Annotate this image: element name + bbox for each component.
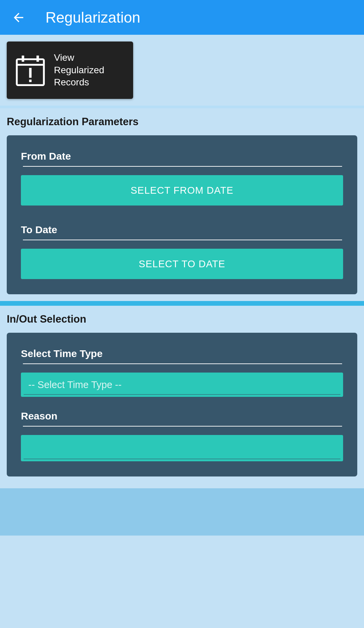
regularization-parameters-panel: From Date SELECT FROM DATE To Date SELEC…	[7, 135, 357, 294]
select-inner-underline	[24, 394, 340, 395]
from-date-label: From Date	[21, 151, 343, 162]
page-title: Regularization	[46, 9, 140, 26]
time-type-select[interactable]: -- Select Time Type --	[21, 373, 343, 397]
time-type-underline	[23, 363, 342, 364]
svg-rect-4	[29, 68, 31, 78]
svg-rect-3	[36, 55, 39, 61]
to-date-label: To Date	[21, 224, 343, 236]
view-regularized-records-label: View Regularized Records	[54, 52, 125, 88]
reason-label: Reason	[21, 410, 343, 422]
reason-underline	[23, 426, 342, 427]
time-type-placeholder: -- Select Time Type --	[28, 379, 122, 390]
divider-teal	[0, 301, 364, 306]
select-to-date-button[interactable]: SELECT TO DATE	[21, 249, 343, 279]
calendar-alert-icon	[15, 54, 46, 86]
top-card-area: View Regularized Records	[0, 35, 364, 106]
back-arrow-icon[interactable]	[10, 9, 27, 26]
view-regularized-records-card[interactable]: View Regularized Records	[7, 42, 133, 99]
divider	[0, 106, 364, 108]
app-bar: Regularization	[0, 0, 364, 35]
select-time-type-label: Select Time Type	[21, 348, 343, 359]
svg-rect-5	[29, 79, 31, 82]
from-date-underline	[23, 166, 342, 167]
reason-inner-underline	[24, 459, 340, 459]
regularization-parameters-heading: Regularization Parameters	[0, 108, 364, 135]
reason-input[interactable]	[21, 435, 343, 461]
in-out-selection-heading: In/Out Selection	[0, 306, 364, 333]
in-out-selection-panel: Select Time Type -- Select Time Type -- …	[7, 333, 357, 476]
svg-rect-2	[22, 55, 24, 61]
bottom-spacer	[0, 488, 364, 536]
to-date-underline	[23, 240, 342, 240]
select-from-date-button[interactable]: SELECT FROM DATE	[21, 175, 343, 206]
